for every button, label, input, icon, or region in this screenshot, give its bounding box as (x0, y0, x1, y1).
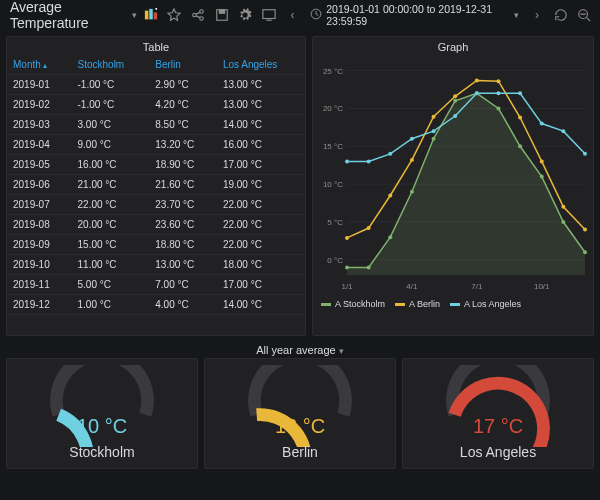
svg-point-8 (200, 10, 204, 14)
gauge-panel-stockholm: 10 °C Stockholm (6, 358, 198, 469)
time-back-button[interactable]: ‹ (283, 4, 303, 26)
svg-text:1/1: 1/1 (341, 282, 353, 291)
table-cell: 2019-07 (7, 195, 72, 215)
refresh-button[interactable] (551, 4, 571, 26)
table-row: 2019-01-1.00 °C2.90 °C13.00 °C (7, 75, 305, 95)
svg-point-64 (540, 122, 544, 126)
table-row: 2019-02-1.00 °C4.20 °C13.00 °C (7, 95, 305, 115)
svg-text:15 °C: 15 °C (323, 142, 343, 151)
section-title-text: All year average (256, 344, 336, 356)
svg-rect-5 (149, 9, 153, 20)
table-cell: 3.00 °C (72, 115, 150, 135)
table-panel-title[interactable]: Table (7, 37, 305, 55)
gauge-label: Berlin (282, 444, 318, 460)
zoom-out-button[interactable] (574, 4, 594, 26)
svg-point-43 (345, 236, 349, 240)
section-row-title[interactable]: All year average ▾ (0, 342, 600, 358)
gauge-value: 10 °C (77, 415, 127, 438)
svg-point-56 (367, 159, 371, 163)
time-range-picker[interactable]: 2019-01-01 00:00:00 to 2019-12-31 23:59:… (306, 3, 523, 27)
table-cell: 22.00 °C (217, 215, 305, 235)
table-cell: 2019-06 (7, 175, 72, 195)
svg-rect-4 (145, 11, 149, 20)
svg-point-65 (561, 129, 565, 133)
svg-point-48 (453, 94, 457, 98)
svg-rect-11 (219, 10, 224, 14)
table-cell: 2019-12 (7, 295, 72, 315)
table-row: 2019-121.00 °C4.00 °C14.00 °C (7, 295, 305, 315)
table-cell: 11.00 °C (72, 255, 150, 275)
table-cell: 13.00 °C (217, 75, 305, 95)
graph-panel: Graph 0 °C5 °C10 °C15 °C20 °C25 °C1/14/1… (312, 36, 594, 336)
table-cell: 16.00 °C (72, 155, 150, 175)
svg-point-45 (388, 194, 392, 198)
table-cell: 2019-02 (7, 95, 72, 115)
svg-point-62 (496, 91, 500, 95)
svg-text:10 °C: 10 °C (323, 180, 343, 189)
svg-point-59 (432, 129, 436, 133)
table-row: 2019-0516.00 °C18.90 °C17.00 °C (7, 155, 305, 175)
table-cell: 14.00 °C (217, 295, 305, 315)
svg-point-7 (193, 13, 197, 17)
svg-point-32 (367, 265, 371, 269)
table-header-stockholm[interactable]: Stockholm (72, 55, 150, 75)
star-button[interactable] (165, 4, 185, 26)
svg-point-66 (583, 152, 587, 156)
table-cell: 22.00 °C (72, 195, 150, 215)
legend-item[interactable]: A Berlin (395, 299, 440, 309)
legend-item[interactable]: A Stockholm (321, 299, 385, 309)
tv-mode-button[interactable] (259, 4, 279, 26)
svg-point-40 (540, 175, 544, 179)
table-cell: 18.90 °C (149, 155, 217, 175)
share-button[interactable] (188, 4, 208, 26)
graph-legend: A StockholmA BerlinA Los Angeles (313, 295, 593, 313)
legend-swatch (450, 303, 460, 306)
svg-point-47 (432, 115, 436, 119)
table-cell: 17.00 °C (217, 275, 305, 295)
svg-point-44 (367, 226, 371, 230)
svg-point-35 (432, 137, 436, 141)
table-row: 2019-0820.00 °C23.60 °C22.00 °C (7, 215, 305, 235)
svg-point-60 (453, 114, 457, 118)
svg-point-34 (410, 190, 414, 194)
save-button[interactable] (212, 4, 232, 26)
svg-point-52 (540, 159, 544, 163)
time-forward-button[interactable]: › (527, 4, 547, 26)
dropdown-caret-icon: ▾ (339, 346, 344, 356)
legend-label: A Berlin (409, 299, 440, 309)
svg-point-46 (410, 158, 414, 162)
graph-panel-title[interactable]: Graph (313, 37, 593, 55)
gauges-row: 10 °C Stockholm 13 °C Berlin 17 °C Los A… (0, 358, 600, 475)
legend-item[interactable]: A Los Angeles (450, 299, 521, 309)
table-cell: 23.70 °C (149, 195, 217, 215)
table-row: 2019-049.00 °C13.20 °C16.00 °C (7, 135, 305, 155)
gauge-label: Stockholm (69, 444, 134, 460)
svg-text:4/1: 4/1 (406, 282, 418, 291)
svg-point-57 (388, 152, 392, 156)
svg-point-42 (583, 250, 587, 254)
add-panel-button[interactable] (141, 4, 161, 26)
dashboard-title-wrap[interactable]: Average Temperature ▾ (6, 0, 137, 31)
table-cell: 20.00 °C (72, 215, 150, 235)
legend-swatch (395, 303, 405, 306)
svg-point-41 (561, 220, 565, 224)
table-cell: 19.00 °C (217, 175, 305, 195)
data-table: Month ▴StockholmBerlinLos Angeles 2019-0… (7, 55, 305, 315)
table-cell: -1.00 °C (72, 95, 150, 115)
table-cell: 1.00 °C (72, 295, 150, 315)
table-cell: 23.60 °C (149, 215, 217, 235)
svg-point-50 (496, 79, 500, 83)
table-header-month[interactable]: Month ▴ (7, 55, 72, 75)
dropdown-caret-icon: ▾ (132, 10, 137, 20)
svg-point-39 (518, 144, 522, 148)
svg-point-9 (200, 17, 204, 21)
table-cell: 16.00 °C (217, 135, 305, 155)
graph-plot-area[interactable]: 0 °C5 °C10 °C15 °C20 °C25 °C1/14/17/110/… (313, 55, 593, 295)
svg-point-38 (496, 106, 500, 110)
legend-label: A Stockholm (335, 299, 385, 309)
table-header-berlin[interactable]: Berlin (149, 55, 217, 75)
settings-button[interactable] (235, 4, 255, 26)
gauge-label: Los Angeles (460, 444, 536, 460)
table-header-los-angeles[interactable]: Los Angeles (217, 55, 305, 75)
table-cell: 22.00 °C (217, 235, 305, 255)
